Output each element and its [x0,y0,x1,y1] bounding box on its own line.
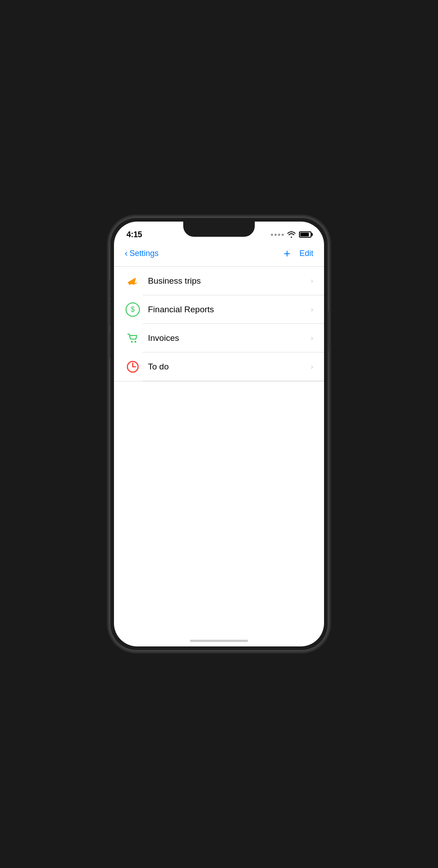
cart-icon [126,332,139,344]
list-item-to-do[interactable]: To do › [114,352,324,381]
back-chevron-icon: ‹ [125,248,128,258]
phone-screen: 4:15 [114,222,324,646]
signal-dot-3 [278,234,280,236]
invoices-chevron-icon: › [311,334,313,343]
home-bar [190,640,248,642]
svg-point-0 [131,341,133,343]
list: Business trips › $ Financial Reports › [114,267,324,630]
nav-actions: + Edit [284,247,313,259]
edit-button[interactable]: Edit [299,249,313,258]
to-do-icon-container [125,359,141,375]
status-icons [271,231,312,238]
wifi-icon [287,231,295,238]
add-button[interactable]: + [284,247,291,259]
back-label: Settings [130,249,159,258]
list-item-financial-reports[interactable]: $ Financial Reports › [114,295,324,324]
notch [183,222,255,237]
silent-switch [110,280,110,298]
volume-down-button [110,332,110,358]
business-trips-icon-container [125,273,141,289]
business-trips-chevron-icon: › [311,277,313,285]
signal-dot-1 [271,234,273,236]
phone-frame: 4:15 [110,217,328,651]
to-do-chevron-icon: › [311,362,313,371]
invoices-icon-container [125,330,141,346]
signal-dot-2 [274,234,277,236]
plane-icon [126,276,139,286]
power-button [328,311,328,351]
svg-point-1 [135,341,136,343]
invoices-label: Invoices [148,333,311,343]
volume-up-button [110,300,110,326]
signal-dot-4 [282,234,284,236]
signal-dots [271,234,284,236]
business-trips-label: Business trips [148,276,311,286]
nav-bar: ‹ Settings + Edit [114,244,324,266]
financial-reports-label: Financial Reports [148,305,311,314]
clock-icon [126,360,139,373]
financial-reports-chevron-icon: › [311,305,313,314]
battery-fill [300,233,309,236]
list-item-business-trips[interactable]: Business trips › [114,267,324,295]
to-do-label: To do [148,362,311,372]
home-indicator [114,630,324,646]
battery-icon [299,231,312,238]
list-item-invoices[interactable]: Invoices › [114,324,324,352]
back-button[interactable]: ‹ Settings [125,248,159,258]
bottom-divider [114,381,324,382]
financial-reports-icon-container: $ [125,302,141,318]
status-time: 4:15 [126,230,142,239]
dollar-icon: $ [126,302,140,317]
